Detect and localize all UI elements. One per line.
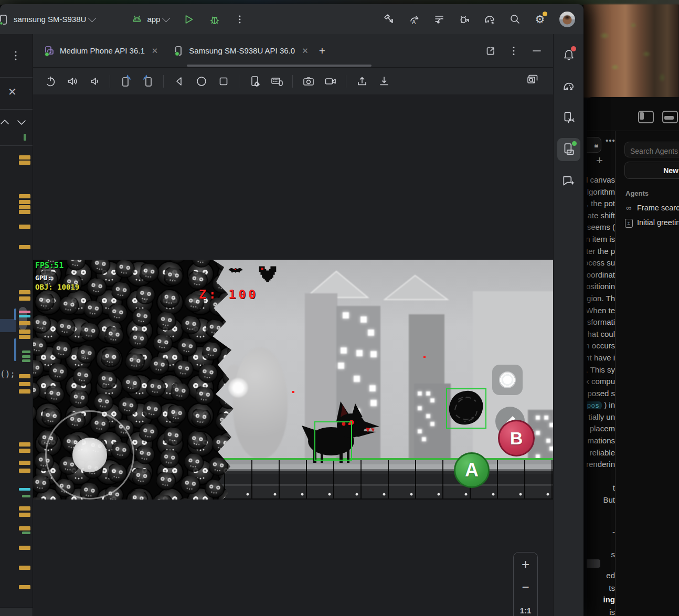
editor-kebab-menu[interactable] [12,50,20,63]
screen-record-button[interactable] [321,73,340,90]
volume-down-button[interactable] [84,73,104,90]
profiler-rerun-icon[interactable] [430,10,448,28]
building-window [369,385,376,391]
fps-counter: FPS:51 [35,261,63,270]
screen-search-icon[interactable] [526,73,539,89]
back-button[interactable] [169,73,189,90]
analysis-mark [19,205,30,209]
search-everywhere-icon[interactable] [506,10,524,28]
chat-line: r. This sy [587,364,615,376]
debug-dot [423,356,426,358]
running-devices-button[interactable] [557,138,580,161]
device-selector[interactable]: samsung SM-S938U [0,13,95,26]
lock-icon[interactable]: 🔒︎ [587,137,601,153]
physical-device-icon [173,45,184,57]
analysis-mark [19,245,30,249]
chat-line: ts [587,583,615,592]
building-window [544,416,548,420]
open-in-window-icon[interactable] [482,42,500,60]
add-device-tab-button[interactable]: + [319,45,325,57]
tab-scrollbar[interactable] [187,65,372,67]
navigate-prev-next-icons[interactable] [0,118,29,126]
analysis-mark [19,442,30,447]
chat-line: ed [587,571,615,580]
upload-button[interactable] [352,73,372,90]
building-window [343,312,349,318]
chat-line: ix compu [587,376,615,388]
analysis-mark [19,315,30,317]
emulator-display-area[interactable]: FPS:51 GPU: OBJ: 10019 Z: 100 [33,94,553,616]
zoom-in-button[interactable]: + [514,553,537,576]
run-config-selector[interactable]: app [131,13,169,26]
joystick-knob[interactable] [72,438,107,472]
tab-samsung-device[interactable]: Samsung SM-S938U API 36.0 ✕ [167,34,313,67]
search-agents-input[interactable] [624,142,679,157]
toggle-left-panel-icon[interactable] [638,111,654,123]
notifications-button[interactable] [557,44,580,67]
agent-label: Frame searc [637,204,679,212]
pause-button[interactable] [492,365,523,395]
user-avatar[interactable] [559,12,575,27]
editor-selection-fragment [0,319,16,332]
gradle-tool-button[interactable] [557,75,580,98]
hardware-input-button[interactable] [267,73,287,90]
analysis-mark [19,585,30,589]
download-button[interactable] [374,73,394,90]
analysis-mark [22,351,30,353]
hide-panel-button[interactable] [528,42,546,60]
device-settings-button[interactable] [245,73,264,90]
rotate-left-button[interactable] [116,73,135,90]
gemini-chat-button[interactable] [557,169,580,193]
analysis-mark [19,311,30,313]
chat-line: hat coul [587,328,615,341]
chat-line: But [587,494,615,506]
attach-debugger-icon[interactable] [455,10,473,28]
tab-label: Medium Phone API 36.1 [60,46,145,55]
settings-icon[interactable]: ⚙ [531,10,549,28]
chat-line: ing [587,595,615,604]
object-counter: OBJ: 10019 [35,283,79,291]
tab-medium-phone[interactable]: Medium Phone API 36.1 ✕ [38,34,163,67]
gradle-sync-icon[interactable] [481,10,498,28]
more-options-icon[interactable]: ••• [606,136,616,145]
close-icon[interactable]: ✕ [8,86,17,98]
a-button[interactable]: A [454,452,490,488]
building-window [422,437,426,441]
build-run-tasks-icon[interactable] [380,10,398,28]
overview-button[interactable] [214,73,233,90]
chat-line: oordinat [587,269,615,281]
game-screen[interactable]: FPS:51 GPU: OBJ: 10019 Z: 100 [33,260,553,500]
selection-box-wolf [314,421,352,461]
new-agent-button[interactable]: New [624,162,679,179]
panel-options-menu[interactable] [505,42,523,60]
running-devices-panel: Medium Phone API 36.1 ✕ Samsung SM-S938U… [33,34,553,616]
phone-device-icon [0,13,9,26]
b-button[interactable]: B [498,420,535,456]
chat-line: renderin [587,459,615,471]
toggle-bottom-panel-icon[interactable] [662,111,678,123]
zoom-out-button[interactable]: − [514,576,537,599]
debug-button[interactable] [206,10,224,28]
power-button[interactable] [40,73,60,90]
chat-line: When te [587,305,615,317]
apply-changes-icon[interactable]: A [405,10,423,28]
screenshot-button[interactable] [299,73,318,90]
close-icon[interactable]: ✕ [152,46,158,56]
building-window [549,423,553,427]
agent-label: Initial greetin [637,218,679,227]
device-manager-button[interactable] [557,107,580,130]
agent-list-item[interactable]: ±Initial greetin [624,217,679,228]
agent-list-item[interactable]: ∞Frame searc [624,202,679,214]
chat-line [587,471,615,483]
rotate-right-button[interactable] [138,73,157,90]
volume-up-button[interactable] [62,73,82,90]
agents-section-header: Agents [625,189,649,197]
home-button[interactable] [192,73,211,90]
a-button-label: A [465,459,479,481]
analysis-mark [19,389,30,394]
zoom-reset-button[interactable]: 1:1 [514,599,537,616]
add-icon[interactable]: + [596,154,603,167]
run-button[interactable] [179,10,197,28]
close-icon[interactable]: ✕ [302,46,309,56]
more-actions-menu[interactable] [231,10,249,28]
